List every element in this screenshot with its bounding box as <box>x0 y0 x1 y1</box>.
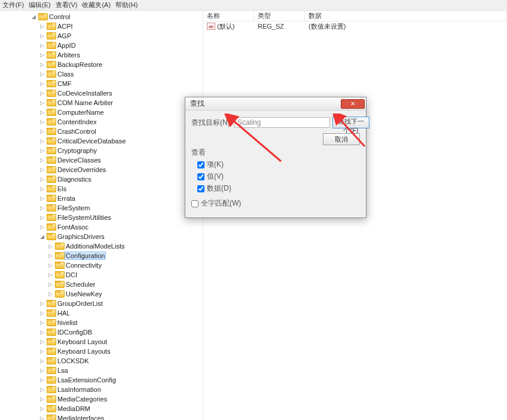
tree-node[interactable]: ▷hivelist <box>38 318 203 327</box>
tree-node[interactable]: ▷Arbiters <box>38 50 203 60</box>
menu-favorites[interactable]: 收藏夹(A) <box>82 1 111 10</box>
tree-node[interactable]: ▷Els <box>38 184 203 194</box>
menu-file[interactable]: 文件(F) <box>2 1 24 10</box>
expand-icon[interactable]: ▷ <box>38 406 45 412</box>
tree-node[interactable]: ▷FileSystemUtilities <box>38 213 203 222</box>
tree-node[interactable]: ▷DCI <box>47 270 203 280</box>
tree-node[interactable]: ▷Configuration <box>47 251 203 260</box>
tree-node[interactable]: ▷GroupOrderList <box>38 299 203 308</box>
expand-icon[interactable]: ▷ <box>38 205 45 211</box>
close-button[interactable]: ✕ <box>341 99 365 109</box>
tree-node[interactable]: ▷DeviceClasses <box>38 155 203 165</box>
tree-node[interactable]: ▷COM Name Arbiter <box>38 98 203 108</box>
expand-icon[interactable]: ▷ <box>38 128 45 134</box>
menu-edit[interactable]: 编辑(E) <box>29 1 51 10</box>
tree-node[interactable]: ▷ComputerName <box>38 108 203 117</box>
expand-icon[interactable]: ▷ <box>47 291 54 297</box>
expand-icon[interactable]: ▷ <box>38 387 45 393</box>
tree-node[interactable]: ▷Keyboard Layouts <box>38 347 203 356</box>
expand-icon[interactable]: ▷ <box>38 310 45 316</box>
expand-icon[interactable]: ▷ <box>47 253 54 259</box>
expand-icon[interactable]: ▷ <box>38 214 45 220</box>
expand-icon[interactable]: ▷ <box>38 396 45 402</box>
tree-node[interactable]: ▷MediaCategories <box>38 394 203 404</box>
tree-node[interactable]: ▷Diagnostics <box>38 174 203 184</box>
tree-node[interactable]: ▷Errata <box>38 194 203 203</box>
expand-icon[interactable]: ▷ <box>38 109 45 115</box>
tree-node[interactable]: ▷ACPI <box>38 22 203 31</box>
tree-node[interactable]: ▷UseNewKey <box>47 289 203 299</box>
tree-node[interactable]: ▷Class <box>38 69 203 79</box>
list-row[interactable]: ab (默认) REG_SZ (数值未设置) <box>203 22 507 31</box>
expand-icon[interactable]: ▷ <box>38 33 45 39</box>
tree-node[interactable]: ▷Cryptography <box>38 146 203 155</box>
expand-icon[interactable]: ▷ <box>38 167 45 173</box>
tree-node[interactable]: ▷LsaInformation <box>38 385 203 394</box>
expand-icon[interactable]: ▷ <box>38 358 45 364</box>
tree-node[interactable]: ▷DeviceOverrides <box>38 165 203 174</box>
expand-icon[interactable]: ▷ <box>47 243 54 249</box>
tree-node[interactable]: ▷CoDeviceInstallers <box>38 88 203 98</box>
expand-icon[interactable]: ▷ <box>38 377 45 383</box>
tree-node-control[interactable]: ◢ Control <box>30 12 203 22</box>
tree-node[interactable]: ▷Lsa <box>38 366 203 375</box>
tree-panel[interactable]: ◢ Control ▷ACPI▷AGP▷AppID▷Arbiters▷Backu… <box>0 11 203 420</box>
expand-icon[interactable]: ▷ <box>38 62 45 68</box>
expand-icon[interactable]: ▷ <box>38 339 45 345</box>
column-header-data[interactable]: 数据 <box>305 11 507 21</box>
find-next-button[interactable]: 查找下一个(F) <box>332 117 369 128</box>
find-input[interactable] <box>234 117 330 128</box>
tree-node-graphicsdrivers[interactable]: ◢ GraphicsDrivers <box>38 232 203 241</box>
expand-icon[interactable]: ▷ <box>38 329 45 335</box>
menu-view[interactable]: 查看(V) <box>56 1 78 10</box>
expand-icon[interactable]: ▷ <box>38 90 45 96</box>
column-header-type[interactable]: 类型 <box>254 11 305 21</box>
expand-icon[interactable]: ▷ <box>38 157 45 163</box>
expand-icon[interactable]: ▷ <box>38 138 45 144</box>
collapse-icon[interactable]: ◢ <box>38 234 45 240</box>
tree-node[interactable]: ▷AdditionalModeLists <box>47 241 203 251</box>
tree-node[interactable]: ▷FileSystem <box>38 203 203 213</box>
expand-icon[interactable]: ▷ <box>38 320 45 326</box>
expand-icon[interactable]: ▷ <box>38 301 45 306</box>
expand-icon[interactable]: ▷ <box>38 367 45 373</box>
tree-node[interactable]: ▷AppID <box>38 41 203 50</box>
expand-icon[interactable]: ▷ <box>38 348 45 354</box>
cancel-button[interactable]: 取消 <box>323 133 360 145</box>
expand-icon[interactable]: ▷ <box>38 23 45 29</box>
collapse-icon[interactable]: ◢ <box>30 14 37 20</box>
expand-icon[interactable]: ▷ <box>47 281 54 287</box>
menu-help[interactable]: 帮助(H) <box>115 1 138 10</box>
expand-icon[interactable]: ▷ <box>38 195 45 201</box>
expand-icon[interactable]: ▷ <box>38 42 45 48</box>
checkbox-keys[interactable] <box>197 161 204 168</box>
expand-icon[interactable]: ▷ <box>38 100 45 106</box>
tree-node[interactable]: ▷CMF <box>38 79 203 88</box>
tree-node[interactable]: ▷IDConfigDB <box>38 327 203 337</box>
tree-node[interactable]: ▷CriticalDeviceDatabase <box>38 136 203 146</box>
expand-icon[interactable]: ▷ <box>38 176 45 182</box>
expand-icon[interactable]: ▷ <box>47 272 54 278</box>
tree-node[interactable]: ▷HAL <box>38 308 203 318</box>
tree-node[interactable]: ▷MediaDRM <box>38 404 203 413</box>
column-header-name[interactable]: 名称 <box>203 11 254 21</box>
tree-node[interactable]: ▷Scheduler <box>47 280 203 289</box>
expand-icon[interactable]: ▷ <box>47 262 54 268</box>
expand-icon[interactable]: ▷ <box>38 52 45 58</box>
tree-node[interactable]: ▷Keyboard Layout <box>38 337 203 347</box>
checkbox-values[interactable] <box>197 173 204 180</box>
tree-node[interactable]: ▷MediaInterfaces <box>38 413 203 420</box>
tree-node[interactable]: ▷CrashControl <box>38 127 203 136</box>
tree-node[interactable]: ▷FontAssoc <box>38 222 203 232</box>
checkbox-wholeword[interactable] <box>191 200 198 207</box>
expand-icon[interactable]: ▷ <box>38 71 45 77</box>
tree-node[interactable]: ▷AGP <box>38 31 203 41</box>
expand-icon[interactable]: ▷ <box>38 148 45 154</box>
expand-icon[interactable]: ▷ <box>38 119 45 125</box>
expand-icon[interactable]: ▷ <box>38 224 45 230</box>
tree-node[interactable]: ▷ContentIndex <box>38 117 203 127</box>
expand-icon[interactable]: ▷ <box>38 415 45 420</box>
tree-node[interactable]: ▷BackupRestore <box>38 60 203 69</box>
tree-node[interactable]: ▷LsaExtensionConfig <box>38 375 203 385</box>
expand-icon[interactable]: ▷ <box>38 186 45 192</box>
